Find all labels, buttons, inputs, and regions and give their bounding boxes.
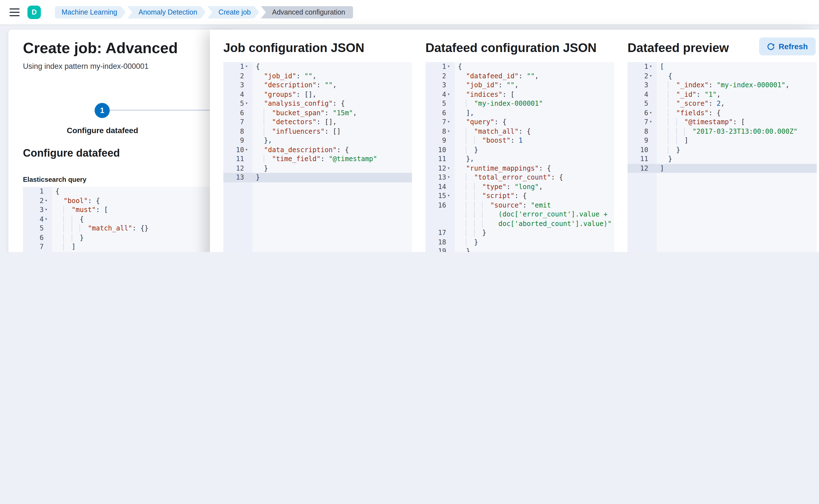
code-line[interactable]: 3▾ "description": "", [224, 81, 412, 90]
code-line[interactable]: 19▾ } [425, 247, 614, 252]
job-config-editor[interactable]: 1▾{2▾ "job_id": "",3▾ "description": "",… [224, 62, 412, 252]
code-line[interactable]: 3▾ "_index": "my-index-000001", [628, 81, 817, 90]
code-line[interactable]: 4▾ { [23, 215, 235, 224]
fold-toggle-icon[interactable]: ▾ [446, 62, 455, 71]
code-line[interactable]: 2▾ "bool": { [23, 196, 235, 205]
breadcrumb-create-job[interactable]: Create job [208, 6, 259, 18]
avatar[interactable]: D [27, 6, 41, 19]
fold-toggle-icon[interactable]: ▾ [648, 71, 657, 81]
line-number: 10▾ [628, 145, 657, 154]
code-line[interactable]: 4▾ "groups": [], [224, 90, 412, 99]
refresh-button[interactable]: Refresh [759, 37, 816, 55]
code-line[interactable]: 6▾ } [23, 233, 235, 242]
menu-icon[interactable] [10, 8, 20, 17]
fold-toggle-icon[interactable]: ▾ [244, 62, 253, 71]
elasticsearch-query-editor[interactable]: 1▾{2▾ "bool": {3▾ "must": [4▾ {5▾ "match… [23, 187, 235, 252]
code-line[interactable]: 4▾ "_id": "1", [628, 90, 817, 99]
line-number: 13▾ [425, 173, 455, 182]
code-line[interactable]: 5▾ "_score": 2, [628, 99, 817, 108]
fold-toggle-icon[interactable]: ▾ [446, 164, 455, 173]
datafeed-config-editor[interactable]: 1▾{2▾ "datafeed_id": "",3▾ "job_id": "",… [425, 62, 614, 252]
code-line[interactable]: 10▾ "data_description": { [224, 145, 412, 154]
breadcrumb: Machine Learning Anomaly Detection Creat… [53, 6, 353, 18]
code-line[interactable]: ▾ doc['aborted_count'].value)" [425, 219, 614, 228]
fold-toggle-icon[interactable]: ▾ [44, 196, 52, 205]
fold-toggle-icon[interactable]: ▾ [244, 99, 253, 108]
code-line[interactable]: 12▾] [628, 164, 817, 173]
line-number: 15▾ [425, 191, 455, 201]
page-title: Create job: Advanced [23, 40, 178, 57]
fold-toggle-icon[interactable]: ▾ [648, 62, 657, 71]
code-line[interactable]: 8▾ } [23, 251, 235, 252]
code-line[interactable]: 7▾ "@timestamp": [ [628, 117, 817, 127]
code-line[interactable]: 7▾ "detectors": [], [224, 117, 412, 127]
code-line[interactable]: 11▾ } [628, 154, 817, 164]
line-number: 6▾ [23, 233, 52, 242]
code-line[interactable]: 4▾ "indices": [ [425, 90, 614, 99]
fold-toggle-icon[interactable]: ▾ [44, 215, 52, 224]
code-line[interactable]: 10▾ } [628, 145, 817, 154]
breadcrumb-anomaly-detection[interactable]: Anomaly Detection [127, 6, 206, 18]
fold-toggle-icon[interactable]: ▾ [446, 90, 455, 99]
breadcrumb-machine-learning[interactable]: Machine Learning [55, 6, 126, 18]
code-line[interactable]: 1▾{ [23, 187, 235, 196]
code-line[interactable]: 9▾ "boost": 1 [425, 136, 614, 145]
page-subtitle: Using index pattern my-index-000001 [23, 62, 149, 70]
line-number: 2▾ [224, 71, 253, 81]
code-line[interactable]: 12▾ } [224, 164, 412, 173]
code-line[interactable]: 13▾ "total_error_count": { [425, 173, 614, 182]
code-line[interactable]: 2▾ "job_id": "", [224, 71, 412, 81]
code-line[interactable]: ▾ (doc['error_count'].value + [425, 210, 614, 219]
line-number: 3▾ [425, 81, 455, 90]
code-line[interactable]: 12▾ "runtime_mappings": { [425, 164, 614, 173]
code-line[interactable]: 1▾[ [628, 62, 817, 71]
code-line[interactable]: 2▾ { [628, 71, 817, 81]
line-number: 16▾ [425, 201, 455, 210]
fold-toggle-icon[interactable]: ▾ [446, 117, 455, 127]
code-line[interactable]: 3▾ "must": [ [23, 205, 235, 215]
line-number: 9▾ [224, 136, 253, 145]
code-line[interactable]: 3▾ "job_id": "", [425, 81, 614, 90]
code-line[interactable]: 10▾ } [425, 145, 614, 154]
fold-toggle-icon[interactable]: ▾ [446, 191, 455, 201]
code-line[interactable]: 6▾ ], [425, 108, 614, 117]
code-line[interactable]: 5▾ "my-index-000001" [425, 99, 614, 108]
code-line[interactable]: 5▾ "analysis_config": { [224, 99, 412, 108]
section-heading: Configure datafeed [23, 147, 120, 159]
code-line[interactable]: 11▾ "time_field": "@timestamp" [224, 154, 412, 164]
line-number: 13▾ [224, 173, 253, 182]
code-line[interactable]: 1▾{ [224, 62, 412, 71]
code-line[interactable]: 14▾ "type": "long", [425, 182, 614, 191]
fold-toggle-icon[interactable]: ▾ [648, 117, 657, 127]
code-line[interactable]: 2▾ "datafeed_id": "", [425, 71, 614, 81]
code-line[interactable]: 9▾ }, [224, 136, 412, 145]
fold-toggle-icon[interactable]: ▾ [446, 173, 455, 182]
code-line[interactable]: 7▾ "query": { [425, 117, 614, 127]
fold-toggle-icon[interactable]: ▾ [648, 108, 657, 117]
code-line[interactable]: 5▾ "match_all": {} [23, 224, 235, 233]
code-line[interactable]: 1▾{ [425, 62, 614, 71]
line-number: 3▾ [23, 205, 52, 215]
fold-toggle-icon[interactable]: ▾ [44, 205, 52, 215]
code-line[interactable]: 18▾ } [425, 237, 614, 247]
code-line[interactable]: 8▾ "influencers": [] [224, 127, 412, 136]
fold-toggle-icon[interactable]: ▾ [244, 145, 253, 154]
code-line[interactable]: 15▾ "script": { [425, 191, 614, 201]
code-line[interactable]: 8▾ "2017-03-23T13:00:00.000Z" [628, 127, 817, 136]
code-line[interactable]: 7▾ ] [23, 242, 235, 251]
code-line[interactable]: 16▾ "source": "emit [425, 201, 614, 210]
line-number: 6▾ [628, 108, 657, 117]
line-number: 2▾ [628, 71, 657, 81]
line-number: 5▾ [628, 99, 657, 108]
fold-toggle-icon[interactable]: ▾ [446, 127, 455, 136]
code-line[interactable]: 6▾ "bucket_span": "15m", [224, 108, 412, 117]
code-line[interactable]: 17▾ } [425, 228, 614, 237]
code-line[interactable]: 8▾ "match_all": { [425, 127, 614, 136]
code-line[interactable]: 9▾ ] [628, 136, 817, 145]
line-number: 7▾ [628, 117, 657, 127]
code-line[interactable]: 6▾ "fields": { [628, 108, 817, 117]
datafeed-preview-editor[interactable]: 1▾[2▾ {3▾ "_index": "my-index-000001",4▾… [628, 62, 817, 252]
code-line[interactable]: 11▾ }, [425, 154, 614, 164]
step-1-indicator[interactable]: 1 [95, 103, 110, 118]
code-line[interactable]: 13▾} [224, 173, 412, 182]
